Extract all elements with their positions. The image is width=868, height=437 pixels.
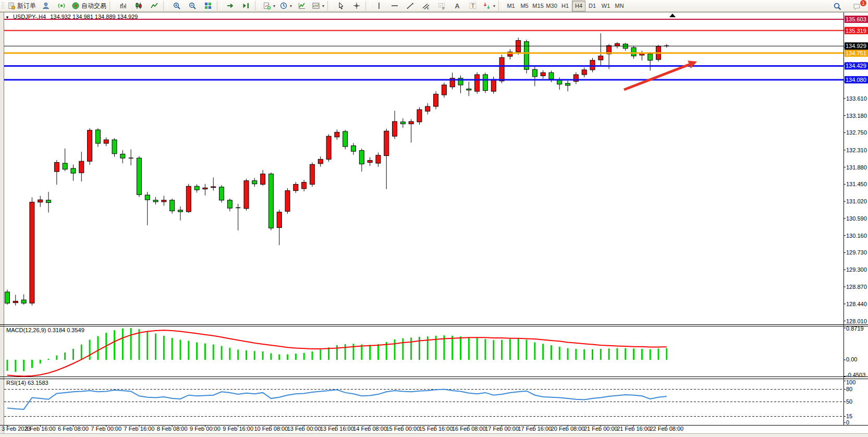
svg-text:134.429: 134.429 [846,63,866,69]
chart-shift-marker[interactable] [669,14,676,17]
candle-down [137,158,141,195]
candlestick-series [5,33,669,306]
svg-text:131.450: 131.450 [846,181,867,187]
candle-down [631,47,636,56]
rsi-line [7,390,667,409]
chart-symbol-period: USDJPY-,H4 [13,14,46,20]
candle-down [95,130,100,143]
candle-up [590,60,595,70]
candle-up [88,130,92,161]
time-label: 15 Feb 00:00 [386,426,420,432]
level-lines [4,19,843,80]
candle-down [549,72,554,79]
candle-up [294,184,298,190]
chart-ohlc-values: 134.932 134.981 134.889 134.929 [50,14,138,20]
time-label: 9 Feb 00:00 [190,426,221,432]
time-label: 21 Feb 00:00 [584,426,618,432]
candle-down [46,200,51,203]
svg-text:135.319: 135.319 [846,28,866,34]
candle-down [178,210,183,212]
chart-canvas[interactable]: 135.330134.900134.470134.040133.610133.1… [0,0,868,437]
time-label: 22 Feb 08:00 [650,426,683,432]
candle-up [79,161,84,173]
time-label: 13 Feb 16:00 [320,426,354,432]
candle-down [194,186,199,190]
svg-text:134.080: 134.080 [846,77,866,83]
candle-down [483,75,487,90]
rsi-panel: 1008050150RSI(14) 63.1583 [4,379,855,426]
candle-down [120,154,125,158]
candle-down [21,300,26,303]
candle-up [384,131,389,155]
svg-text:100: 100 [846,379,855,385]
candle-up [186,186,191,212]
candle-up [162,200,166,202]
candle-up [417,110,422,122]
candle-down [343,131,348,147]
time-label: 7 Feb 16:00 [124,426,155,432]
svg-text:131.020: 131.020 [846,198,867,204]
time-label: 14 Feb 08:00 [353,426,387,432]
trend-arrow[interactable] [624,65,689,90]
svg-text:129.300: 129.300 [846,266,867,273]
rsi-label: RSI(14) 63.1583 [6,380,48,386]
time-label: 10 Feb 08:00 [254,426,288,432]
candle-up [13,301,18,302]
chart-title-bar: ▼ USDJPY-,H4 134.932 134.981 134.889 134… [5,14,138,20]
time-label: 17 Feb 00:00 [485,426,519,432]
candle-down [112,140,117,154]
candle-down [219,187,224,200]
svg-text:0.00: 0.00 [846,356,857,362]
candle-up [335,132,339,137]
candle-down [71,168,76,173]
candle-up [475,75,480,91]
svg-text:132.310: 132.310 [846,147,867,153]
candle-up [368,161,372,163]
svg-text:50: 50 [846,398,852,405]
time-label: 17 Feb 16:00 [518,426,552,432]
svg-text:80: 80 [846,386,852,392]
candle-up [541,72,545,76]
svg-text:128.440: 128.440 [846,301,867,307]
candle-down [400,122,405,124]
svg-text:15: 15 [846,413,852,419]
candle-up [285,191,290,212]
candle-down [648,54,653,60]
candle-up [211,187,216,188]
candle-up [598,56,603,60]
chart-frame [0,13,868,426]
mt4-window: 新订单自动交易▾▾▾EFAT▾M1M5M15M30H1H4D1W1MN1 135… [0,0,868,437]
candle-down [63,163,67,169]
macd-panel: 0.87190.00-0.4503MACD(12,26,9) 0.3184 0.… [6,325,865,378]
candle-up [409,122,413,124]
candle-down [359,151,364,164]
svg-text:132.750: 132.750 [846,129,867,136]
time-label: 20 Feb 08:00 [551,426,585,432]
candle-up [434,94,438,106]
candle-down [227,200,232,208]
candle-up [38,200,43,202]
candle-up [615,44,619,46]
time-label: 3 Feb 16:00 [25,426,56,432]
chart-menu-arrow-icon[interactable]: ▼ [5,15,9,20]
svg-text:128.870: 128.870 [846,284,867,290]
candle-up [277,212,282,228]
time-label: 13 Feb 00:00 [287,426,321,432]
candle-up [326,136,331,159]
candle-up [261,174,265,185]
time-label: 9 Feb 16:00 [223,426,253,432]
svg-text:130.590: 130.590 [846,215,867,222]
candle-down [268,174,273,228]
candle-down [252,181,257,184]
candle-up [244,181,249,209]
candle-up [30,202,34,304]
time-label: 7 Feb 00:00 [91,426,121,432]
candle-up [442,85,446,95]
candle-down [467,89,471,90]
candle-up [376,155,381,163]
svg-text:133.180: 133.180 [846,113,867,119]
candle-down [153,200,158,202]
svg-text:135.603: 135.603 [846,16,866,22]
candle-up [425,106,430,111]
candle-down [532,69,537,77]
